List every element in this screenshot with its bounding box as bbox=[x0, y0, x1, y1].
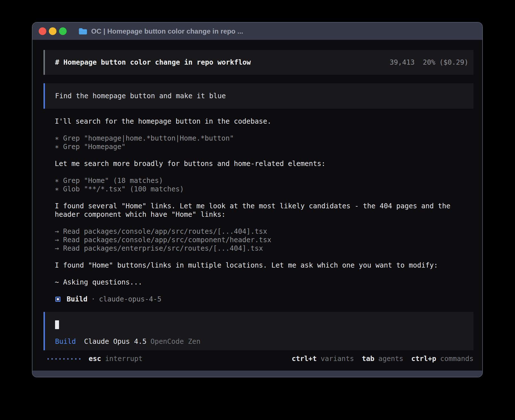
context-percent: 20% bbox=[423, 58, 435, 66]
session-title: # Homepage button color change in repo w… bbox=[55, 58, 251, 67]
commands-label: commands bbox=[440, 355, 473, 363]
text-cursor bbox=[55, 320, 59, 329]
zoom-button[interactable] bbox=[59, 27, 67, 35]
transcript: I'll search for the homepage button in t… bbox=[55, 117, 473, 312]
close-button[interactable] bbox=[39, 27, 46, 35]
transcript-paragraph: ~ Asking questions... bbox=[55, 278, 473, 286]
tab-key: tab bbox=[362, 355, 374, 363]
terminal-content: # Homepage button color change in repo w… bbox=[32, 40, 482, 371]
traffic-lights bbox=[39, 27, 67, 35]
esc-key: esc bbox=[89, 355, 101, 363]
spinner-dot bbox=[71, 358, 73, 360]
spinner-dot bbox=[75, 358, 77, 360]
title-bar: OC | Homepage button color change in rep… bbox=[32, 23, 482, 40]
spinner-dot bbox=[55, 358, 57, 360]
session-header: # Homepage button color change in repo w… bbox=[43, 50, 473, 75]
model-name: Claude Opus 4.5 bbox=[84, 337, 147, 345]
interrupt-hint: escinterrupt bbox=[89, 355, 143, 363]
transcript-paragraph: I found "Home" buttons/links in multiple… bbox=[55, 261, 473, 270]
transcript-paragraph: Let me search more broadly for buttons a… bbox=[55, 159, 473, 168]
spinner-dots bbox=[47, 358, 80, 360]
status-left: escinterrupt bbox=[47, 355, 143, 363]
spinner-dot bbox=[47, 358, 49, 360]
transcript-line: → Read packages/console/app/src/componen… bbox=[55, 236, 473, 244]
transcript-line: ∗ Grep "Home" (18 matches) bbox=[55, 176, 473, 185]
window-bottom-edge bbox=[32, 371, 482, 377]
user-message: Find the homepage button and make it blu… bbox=[43, 83, 473, 109]
transcript-line: → Read packages/enterprise/src/routes/[.… bbox=[55, 244, 473, 253]
terminal-window: OC | Homepage button color change in rep… bbox=[32, 22, 483, 377]
transcript-line: ~ Asking questions... bbox=[55, 278, 473, 286]
variants-hint: ctrl+tvariants bbox=[292, 355, 354, 363]
status-bar: escinterrupt ctrl+tvariants tabagents ct… bbox=[47, 355, 473, 363]
spinner-dot bbox=[51, 358, 53, 360]
transcript-paragraph: I'll search for the homepage button in t… bbox=[55, 117, 473, 126]
separator-dot: · bbox=[91, 295, 95, 303]
agent-icon bbox=[55, 297, 60, 302]
provider-name: OpenCode Zen bbox=[150, 337, 200, 345]
spinner-dot bbox=[67, 358, 69, 360]
prompt-footer: BuildClaude Opus 4.5OpenCode Zen bbox=[55, 337, 468, 346]
transcript-line: I found several "Home" links. Let me loo… bbox=[55, 202, 473, 210]
agent-model: claude-opus-4-5 bbox=[99, 295, 162, 303]
mode-label: Build bbox=[55, 337, 76, 345]
context-stats: 39,41320%($0.29) bbox=[390, 58, 468, 67]
spinner-dot bbox=[63, 358, 65, 360]
transcript-line: Let me search more broadly for buttons a… bbox=[55, 159, 473, 168]
prompt-cursor-line bbox=[55, 320, 468, 329]
commands-hint: ctrl+pcommands bbox=[411, 355, 473, 363]
agent-name: Build bbox=[67, 295, 88, 303]
transcript-line: ∗ Grep "Homepage" bbox=[55, 143, 473, 151]
window-title: OC | Homepage button color change in rep… bbox=[91, 27, 243, 35]
transcript-line: I found "Home" buttons/links in multiple… bbox=[55, 261, 473, 270]
token-count: 39,413 bbox=[390, 58, 415, 66]
transcript-paragraph: → Read packages/console/app/src/routes/[… bbox=[55, 227, 473, 253]
session-cost: ($0.29) bbox=[439, 58, 468, 66]
transcript-line: ∗ Glob "**/*.tsx" (100 matches) bbox=[55, 185, 473, 193]
prompt-input[interactable]: BuildClaude Opus 4.5OpenCode Zen bbox=[43, 312, 473, 350]
folder-icon bbox=[78, 28, 87, 35]
spinner-dot bbox=[79, 358, 80, 360]
transcript-line: ∗ Grep "homepage|home.*button|Home.*butt… bbox=[55, 134, 473, 143]
variants-label: variants bbox=[321, 355, 354, 363]
minimize-button[interactable] bbox=[49, 27, 56, 35]
transcript-line: I'll search for the homepage button in t… bbox=[55, 117, 473, 126]
transcript-line: → Read packages/console/app/src/routes/[… bbox=[55, 227, 473, 236]
agent-status-row: Build · claude-opus-4-5 bbox=[55, 295, 473, 303]
transcript-paragraph: I found several "Home" links. Let me loo… bbox=[55, 202, 473, 219]
spinner-dot bbox=[59, 358, 61, 360]
agents-hint: tabagents bbox=[362, 355, 403, 363]
transcript-paragraph: ∗ Grep "homepage|home.*button|Home.*butt… bbox=[55, 134, 473, 151]
transcript-paragraph: ∗ Grep "Home" (18 matches)∗ Glob "**/*.t… bbox=[55, 176, 473, 193]
status-right: ctrl+tvariants tabagents ctrl+pcommands bbox=[284, 355, 473, 363]
interrupt-label: interrupt bbox=[105, 355, 143, 363]
agents-label: agents bbox=[378, 355, 403, 363]
ctrl-t-key: ctrl+t bbox=[292, 355, 317, 363]
transcript-line: header component which have "Home" links… bbox=[55, 210, 473, 219]
ctrl-p-key: ctrl+p bbox=[411, 355, 436, 363]
